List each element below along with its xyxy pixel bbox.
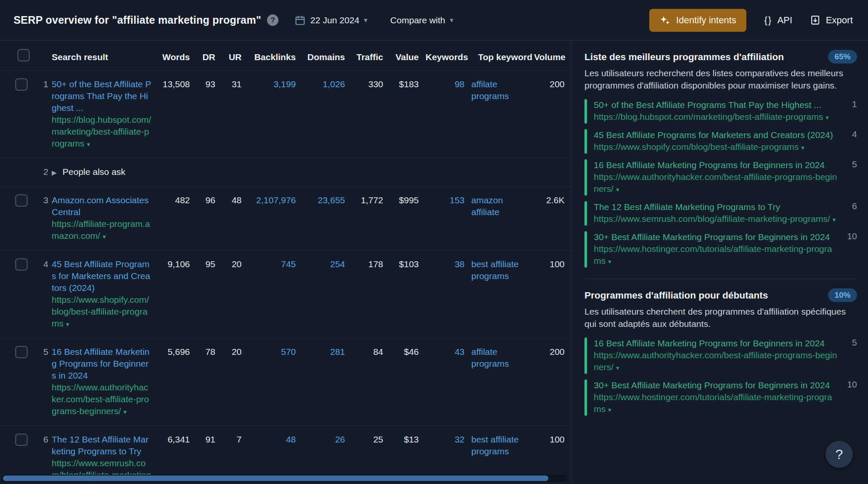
serp-overview-page: SERP overview for "affiliate marketing p… <box>0 0 868 484</box>
page-header: SERP overview for "affiliate marketing p… <box>0 0 868 41</box>
value-cell: $46 <box>390 338 426 426</box>
url-dropdown-icon[interactable]: ▾ <box>103 233 106 240</box>
top-keyword-link[interactable]: amazon affiliate <box>471 187 534 251</box>
column-header-search-result[interactable]: Search result <box>52 41 159 71</box>
result-title-link[interactable]: Amazon.com Associates Central <box>52 194 152 218</box>
url-dropdown-icon[interactable]: ▾ <box>616 364 620 371</box>
backlinks-link[interactable]: 570 <box>248 338 303 426</box>
identify-intents-button[interactable]: Identify intents <box>649 9 746 32</box>
keywords-link[interactable]: 98 <box>426 71 471 158</box>
intent-result-title[interactable]: 45 Best Affiliate Programs for Marketers… <box>594 129 837 141</box>
url-dropdown-icon[interactable]: ▾ <box>608 258 612 265</box>
top-keyword-link[interactable]: affilate programs <box>471 338 534 426</box>
intent-result-position: 4 <box>837 129 857 154</box>
row-checkbox[interactable] <box>15 194 28 207</box>
intent-result-item: The 12 Best Affiliate Marketing Programs… <box>584 201 857 226</box>
intent-result-title[interactable]: The 12 Best Affiliate Marketing Programs… <box>594 201 837 213</box>
column-header-position <box>30 41 52 71</box>
top-keyword-link[interactable]: best affiliate programs <box>471 251 534 338</box>
intent-result-title[interactable]: 30+ Best Affiliate Marketing Programs fo… <box>594 231 837 243</box>
result-title-link[interactable]: The 12 Best Affiliate Marketing Programs… <box>52 434 152 457</box>
domains-link[interactable]: 254 <box>303 251 352 338</box>
intent-result-url[interactable]: https://www.shopify.com/blog/best-affili… <box>594 142 799 152</box>
intent-result-url[interactable]: https://www.semrush.com/blog/affiliate-m… <box>594 214 830 224</box>
title-help-icon[interactable]: ? <box>267 14 278 26</box>
identify-intents-label: Identify intents <box>676 15 736 26</box>
row-position: 4 <box>30 251 52 338</box>
compare-with-dropdown[interactable]: Compare with ▾ <box>390 15 453 25</box>
url-dropdown-icon[interactable]: ▾ <box>616 186 620 193</box>
compare-with-label: Compare with <box>390 15 445 25</box>
column-header-words[interactable]: Words <box>159 41 197 71</box>
result-url-link[interactable]: https://affiliate-program.amazon.com/ <box>52 219 150 241</box>
column-header-ur[interactable]: UR <box>222 41 248 71</box>
table-row: 5 16 Best Affiliate Marketing Programs f… <box>0 338 571 426</box>
url-dropdown-icon[interactable]: ▾ <box>608 406 612 413</box>
domains-link[interactable]: 23,655 <box>303 187 352 251</box>
intent-result-url[interactable]: https://www.hostinger.com/tutorials/affi… <box>594 392 832 414</box>
intent-result-url[interactable]: https://www.hostinger.com/tutorials/affi… <box>594 244 832 266</box>
row-checkbox[interactable] <box>15 434 28 446</box>
select-all-checkbox[interactable] <box>17 49 30 61</box>
intent-result-title[interactable]: 16 Best Affiliate Marketing Programs for… <box>594 159 837 171</box>
export-button[interactable]: Export <box>810 15 853 26</box>
backlinks-link[interactable]: 2,107,976 <box>248 187 303 251</box>
intent-result-url[interactable]: https://blog.hubspot.com/marketing/best-… <box>594 112 823 122</box>
url-dropdown-icon[interactable]: ▾ <box>826 114 829 121</box>
intent-result-title[interactable]: 50+ of the Best Affiliate Programs That … <box>594 99 837 111</box>
result-title-link[interactable]: 45 Best Affiliate Programs for Marketers… <box>52 258 152 294</box>
domains-link[interactable]: 1,026 <box>303 71 352 158</box>
column-header-traffic[interactable]: Traffic <box>352 41 390 71</box>
result-url-link[interactable]: https://www.authorityhacker.com/best-aff… <box>52 382 149 416</box>
url-dropdown-icon[interactable]: ▾ <box>832 216 836 223</box>
people-also-ask-toggle[interactable]: ▶People also ask <box>52 158 571 187</box>
column-header-dr[interactable]: DR <box>197 41 222 71</box>
url-dropdown-icon[interactable]: ▾ <box>87 141 90 148</box>
result-url-link[interactable]: https://blog.hubspot.com/marketing/best-… <box>52 115 151 148</box>
people-also-ask-label: People also ask <box>63 167 125 177</box>
column-header-volume[interactable]: Volume <box>534 41 571 71</box>
intent-result-item: 50+ of the Best Affiliate Programs That … <box>584 99 857 124</box>
backlinks-link[interactable]: 745 <box>248 251 303 338</box>
traffic-cell: 330 <box>352 71 390 158</box>
table-header-row: Search result Words DR UR Backlinks Doma… <box>0 41 571 71</box>
floating-help-button[interactable]: ? <box>826 441 853 468</box>
intent-result-title[interactable]: 30+ Best Affiliate Marketing Programs fo… <box>594 379 837 391</box>
keywords-link[interactable]: 38 <box>426 251 471 338</box>
intent-section-description: Les utilisateurs cherchent des programme… <box>584 305 856 330</box>
keywords-link[interactable]: 43 <box>426 338 471 426</box>
intent-result-item: 16 Best Affiliate Marketing Programs for… <box>584 159 857 196</box>
chevron-down-icon: ▾ <box>450 16 453 24</box>
column-header-value[interactable]: Value <box>390 41 426 71</box>
api-button[interactable]: {} API <box>764 15 792 26</box>
words-cell: 13,508 <box>159 71 197 158</box>
ur-cell: 31 <box>222 71 248 158</box>
backlinks-link[interactable]: 3,199 <box>248 71 303 158</box>
intent-result-url[interactable]: https://www.authorityhacker.com/best-aff… <box>594 350 837 372</box>
serp-table: Search result Words DR UR Backlinks Doma… <box>0 41 571 484</box>
horizontal-scrollbar-thumb[interactable] <box>3 476 548 481</box>
result-title-link[interactable]: 16 Best Affiliate Marketing Programs for… <box>52 346 152 382</box>
url-dropdown-icon[interactable]: ▾ <box>801 144 804 151</box>
column-header-backlinks[interactable]: Backlinks <box>248 41 303 71</box>
column-header-top-keyword[interactable]: Top keyword <box>471 41 534 71</box>
result-title-link[interactable]: 50+ of the Best Affiliate Programs That … <box>52 78 152 114</box>
column-header-keywords[interactable]: Keywords <box>426 41 471 71</box>
url-dropdown-icon[interactable]: ▾ <box>123 408 127 415</box>
top-keyword-link[interactable]: affilate programs <box>471 71 534 158</box>
row-checkbox[interactable] <box>15 78 28 91</box>
domains-link[interactable]: 281 <box>303 338 352 426</box>
row-checkbox[interactable] <box>15 258 28 271</box>
url-dropdown-icon[interactable]: ▾ <box>66 321 70 328</box>
intent-result-title[interactable]: 16 Best Affiliate Marketing Programs for… <box>594 337 837 349</box>
row-checkbox[interactable] <box>15 346 28 358</box>
intent-result-position: 10 <box>837 231 857 268</box>
dr-cell: 78 <box>197 338 222 426</box>
column-header-domains[interactable]: Domains <box>303 41 352 71</box>
intent-result-url[interactable]: https://www.authorityhacker.com/best-aff… <box>594 172 837 194</box>
table-row: 3 Amazon.com Associates Central https://… <box>0 187 571 251</box>
table-row-people-also-ask: 2 ▶People also ask <box>0 158 571 187</box>
horizontal-scrollbar[interactable] <box>2 475 567 482</box>
date-picker[interactable]: 22 Jun 2024 ▾ <box>295 15 367 26</box>
keywords-link[interactable]: 153 <box>426 187 471 251</box>
